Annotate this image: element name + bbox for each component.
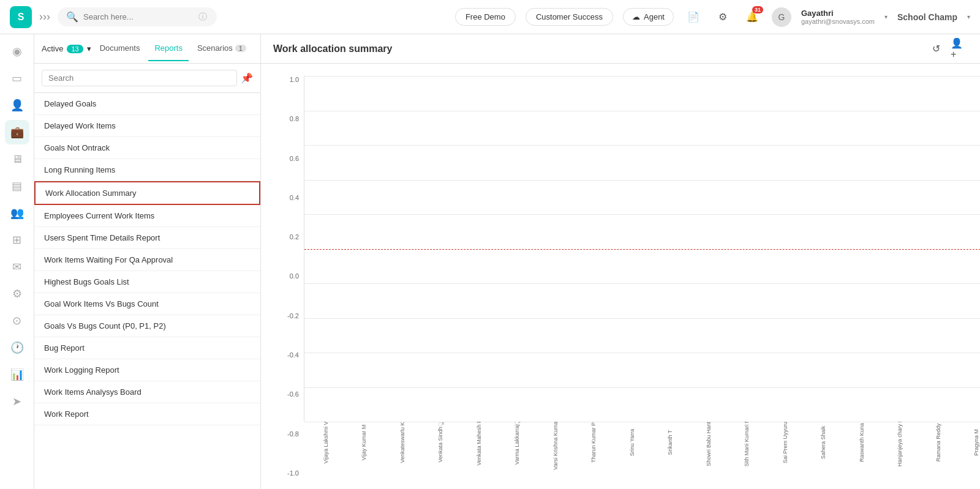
grid-line (304, 111, 980, 111)
sidebar-item-user-circle[interactable]: ⊙ (5, 308, 29, 333)
project-chevron-icon[interactable]: ▾ (967, 13, 970, 20)
free-demo-button[interactable]: Free Demo (455, 8, 516, 26)
tab-documents[interactable]: Documents (94, 36, 146, 61)
document-icon-button[interactable]: 📄 (684, 7, 703, 27)
active-count-badge: 13 (67, 45, 83, 53)
report-item-delayed-work-items[interactable]: Delayed Work Items (34, 115, 260, 137)
customer-success-button[interactable]: Customer Success (526, 8, 613, 26)
report-item-users-spent-time-details-report[interactable]: Users Spent Time Details Report (34, 227, 260, 249)
y-axis-label: 0.8 (273, 115, 299, 122)
y-axis-label: 0.4 (273, 194, 299, 201)
report-item-work-items-waiting-for-qa-approval[interactable]: Work Items Waiting For Qa Approval (34, 249, 260, 271)
report-item-work-logging-report[interactable]: Work Logging Report (34, 359, 260, 381)
sidebar-item-group[interactable]: ⊞ (5, 228, 29, 252)
grid-line (304, 387, 980, 388)
report-item-work-report[interactable]: Work Report (34, 403, 260, 425)
search-reports-bar: 📌 (34, 64, 260, 93)
sidebar-item-gear[interactable]: ⚙ (5, 282, 29, 306)
y-axis-label: -0.4 (273, 351, 299, 359)
grid-line (304, 180, 980, 181)
notifications-button[interactable]: 🔔 31 (742, 7, 762, 27)
chart-wrapper: 1.00.80.60.40.20.0-0.2-0.4-0.6-0.8-1.0 V… (273, 76, 968, 477)
user-name: Gayathri (801, 9, 875, 18)
active-tab-badge[interactable]: Active 13 ▾ (42, 44, 91, 53)
user-email: gayathri@snovasys.com (801, 18, 875, 25)
chart-area: 1.00.80.60.40.20.0-0.2-0.4-0.6-0.8-1.0 V… (261, 64, 980, 489)
app-logo[interactable]: S (10, 6, 32, 28)
global-search[interactable]: 🔍 ⓘ (58, 7, 217, 26)
sidebar-item-card[interactable]: ▤ (5, 174, 29, 198)
sidebar-item-clock[interactable]: 🕐 (5, 335, 29, 360)
settings-icon-button[interactable]: ⚙ (713, 7, 733, 27)
grid-line (304, 145, 980, 146)
sidebar-item-send[interactable]: ➤ (5, 389, 29, 414)
refresh-button[interactable]: ↺ (927, 40, 944, 58)
grid-line (304, 76, 980, 77)
document-icon: 📄 (687, 11, 699, 23)
sidebar-item-tv[interactable]: ▭ (5, 66, 29, 91)
sidebar-item-person[interactable]: 👤 (5, 93, 29, 118)
content-title: Work allocation summary (273, 43, 392, 54)
notification-badge: 31 (752, 6, 763, 13)
y-axis-label: -0.6 (273, 390, 299, 398)
user-chevron-icon[interactable]: ▾ (884, 13, 888, 20)
tab-scenarios[interactable]: Scenarios 1 (191, 36, 252, 61)
y-axis-label: 1.0 (273, 76, 299, 83)
y-axis-label: 0.6 (273, 155, 299, 162)
report-item-work-allocation-summary[interactable]: Work Allocation Summary (34, 181, 260, 205)
report-item-long-running-items[interactable]: Long Running Items (34, 159, 260, 181)
settings-icon: ⚙ (718, 11, 727, 23)
avatar[interactable]: G (772, 7, 791, 27)
active-chevron-icon[interactable]: ▾ (87, 44, 91, 53)
report-item-bug-report[interactable]: Bug Report (34, 337, 260, 359)
sidebar-item-briefcase[interactable]: 💼 (5, 120, 29, 144)
report-item-goal-work-items-vs-bugs-count[interactable]: Goal Work Items Vs Bugs Count (34, 293, 260, 315)
tab-reports[interactable]: Reports (148, 36, 189, 61)
content-actions: ↺ 👤+ (927, 40, 968, 58)
y-axis-label: 0.2 (273, 233, 299, 241)
reports-search-input[interactable] (42, 70, 237, 86)
topbar-actions: Free Demo Customer Success ☁ Agent 📄 ⚙ 🔔… (455, 7, 970, 27)
main-content: Work allocation summary ↺ 👤+ 1.00.80.60.… (261, 34, 980, 489)
agent-button[interactable]: ☁ Agent (623, 8, 674, 26)
y-axis-label: -0.8 (273, 430, 299, 438)
grid-line (304, 214, 980, 215)
sidebar-item-chart[interactable]: 📊 (5, 362, 29, 387)
grid-line (304, 318, 980, 319)
report-item-delayed-goals[interactable]: Delayed Goals (34, 93, 260, 115)
sidebar-item-eye[interactable]: ◉ (5, 39, 29, 64)
y-axis-label: 0.0 (273, 272, 299, 280)
report-list: Delayed GoalsDelayed Work ItemsGoals Not… (34, 93, 260, 489)
expand-icon[interactable]: ››› (39, 10, 50, 23)
content-header: Work allocation summary ↺ 👤+ (261, 34, 980, 64)
report-item-highest-bugs-goals-list[interactable]: Highest Bugs Goals List (34, 271, 260, 293)
grid-line (304, 353, 980, 353)
sidebar-item-monitor[interactable]: 🖥 (5, 147, 29, 171)
topbar: S ››› 🔍 ⓘ Free Demo Customer Success ☁ A… (0, 0, 980, 34)
x-axis: Vijaya Lakshmi VVijay Kumar MVenkateswar… (304, 422, 980, 477)
report-item-employees-current-work-items[interactable]: Employees Current Work Items (34, 205, 260, 227)
grid-line (304, 283, 980, 284)
reports-panel: Active 13 ▾ Documents Reports Scenarios … (34, 34, 261, 489)
user-add-button[interactable]: 👤+ (951, 40, 968, 58)
y-axis-label: -1.0 (273, 469, 299, 477)
tabs-bar: Active 13 ▾ Documents Reports Scenarios … (34, 34, 260, 64)
scenarios-badge: 1 (235, 45, 246, 52)
global-search-input[interactable] (83, 12, 194, 21)
sidebar-item-people[interactable]: 👥 (5, 201, 29, 225)
pin-icon[interactable]: 📌 (241, 72, 253, 84)
sidebar-icons: ◉ ▭ 👤 💼 🖥 ▤ 👥 ⊞ ✉ ⚙ ⊙ 🕐 📊 ➤ (0, 34, 34, 489)
user-info: Gayathri gayathri@snovasys.com (801, 9, 875, 25)
report-item-goals-not-ontrack[interactable]: Goals Not Ontrack (34, 137, 260, 159)
agent-icon: ☁ (632, 12, 640, 21)
search-icon: 🔍 (66, 11, 78, 23)
grid-area (304, 76, 980, 422)
report-item-goals-vs-bugs-count[interactable]: Goals Vs Bugs Count (P0, P1, P2) (34, 315, 260, 337)
project-name: School Champ (897, 12, 957, 22)
info-icon: ⓘ (198, 12, 207, 23)
report-item-work-items-analysys-board[interactable]: Work Items Analysys Board (34, 381, 260, 403)
y-axis-label: -0.2 (273, 312, 299, 319)
y-axis: 1.00.80.60.40.20.0-0.2-0.4-0.6-0.8-1.0 (273, 76, 304, 477)
grid-line (304, 422, 980, 422)
sidebar-item-mail[interactable]: ✉ (5, 255, 29, 279)
